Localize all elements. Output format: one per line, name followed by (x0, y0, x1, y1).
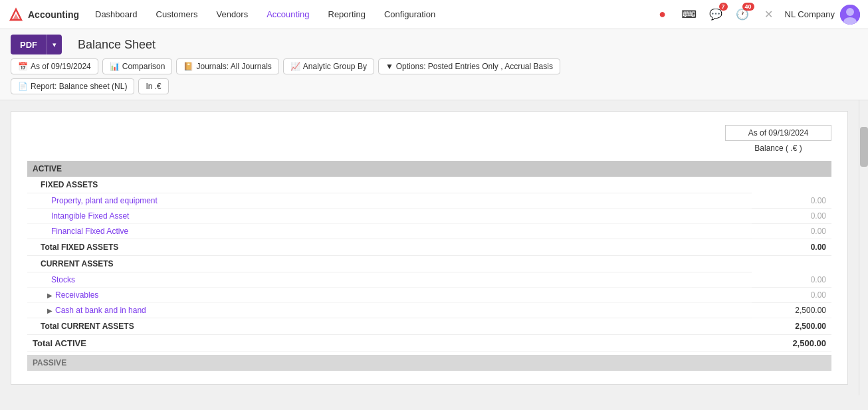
calendar-icon: 📅 (18, 62, 28, 71)
close-btn[interactable]: ✕ (758, 4, 780, 25)
total-fixed-assets-value: 0.00 (752, 239, 831, 256)
section-passive-header: PASSIVE (27, 355, 831, 371)
ffa-label[interactable]: Financial Fixed Active (27, 224, 752, 239)
filter-bar-row2: 📄 Report: Balance sheet (NL) In .€ (11, 78, 857, 94)
passive-label: PASSIVE (33, 358, 66, 367)
current-assets-label: CURRENT ASSETS (27, 256, 752, 272)
table-row: Property, plant and equipment 0.00 (27, 193, 831, 209)
logo-icon (8, 7, 24, 23)
table-row: Financial Fixed Active 0.00 (27, 224, 831, 239)
report-date-text: As of 09/19/2024 (748, 128, 809, 138)
top-navigation: Accounting Dashboard Customers Vendors A… (0, 0, 868, 29)
pdf-button-group: PDF ▾ (11, 35, 62, 54)
report-date-box: As of 09/19/2024 (725, 125, 831, 141)
filter-analytic[interactable]: 📈 Analytic Group By (283, 58, 374, 74)
subsection-current-assets-header: CURRENT ASSETS (27, 256, 831, 272)
pdf-main-button[interactable]: PDF (11, 35, 47, 54)
ffa-value: 0.00 (752, 224, 831, 239)
filter-date-label: As of 09/19/2024 (31, 62, 91, 71)
receivables-value: 0.00 (752, 288, 831, 303)
table-row: Stocks 0.00 (27, 272, 831, 288)
app-logo[interactable]: Accounting (8, 7, 79, 23)
expand-arrow-cash[interactable]: ▶ (47, 307, 53, 314)
stocks-value: 0.00 (752, 272, 831, 288)
nav-vendors[interactable]: Vendors (208, 4, 256, 25)
total-fixed-assets-label: Total FIXED ASSETS (27, 239, 752, 256)
chart-icon: 📊 (110, 62, 120, 71)
nav-dashboard[interactable]: Dashboard (87, 4, 146, 25)
table-row: Intangible Fixed Asset 0.00 (27, 209, 831, 224)
scrollbar-track[interactable] (859, 100, 868, 395)
cash-value: 2,500.00 (752, 303, 831, 318)
filter-options[interactable]: ▼ Options: Posted Entries Only , Accrual… (378, 58, 560, 74)
total-current-assets-label: Total CURRENT ASSETS (27, 318, 752, 335)
page-title: Balance Sheet (78, 35, 156, 54)
currency-label: In .€ (146, 82, 161, 91)
total-current-assets-row: Total CURRENT ASSETS 2,500.00 (27, 318, 831, 335)
filter-report[interactable]: 📄 Report: Balance sheet (NL) (11, 78, 134, 94)
activity-badge: 40 (742, 3, 754, 11)
filter-journals-label: Journals: All Journals (196, 62, 271, 71)
ppe-value: 0.00 (752, 193, 831, 209)
nav-configuration[interactable]: Configuration (376, 4, 443, 25)
report-container: As of 09/19/2024 Balance ( .€ ) ACTIVE F… (11, 111, 848, 385)
expand-arrow-receivables[interactable]: ▶ (47, 292, 53, 299)
nav-accounting[interactable]: Accounting (259, 4, 317, 25)
total-active-row: Total ACTIVE 2,500.00 (27, 335, 831, 352)
svg-point-3 (846, 8, 854, 16)
pdf-dropdown-button[interactable]: ▾ (47, 35, 62, 54)
nav-right-controls: ● ⌨ 💬 7 🕐 40 ✕ NL Company (652, 4, 860, 25)
filter-analytic-label: Analytic Group By (303, 62, 367, 71)
keyboard-btn[interactable]: ⌨ (679, 4, 700, 25)
stocks-label[interactable]: Stocks (27, 272, 752, 288)
journal-icon: 📔 (183, 62, 193, 71)
ifa-label[interactable]: Intangible Fixed Asset (27, 209, 752, 224)
total-fixed-assets-row: Total FIXED ASSETS 0.00 (27, 239, 831, 256)
filter-options-label: Options: Posted Entries Only , Accrual B… (396, 62, 553, 71)
app-name: Accounting (28, 9, 79, 20)
scrollbar-thumb[interactable] (860, 127, 868, 167)
receivables-label[interactable]: ▶Receivables (27, 288, 752, 303)
filter-currency[interactable]: In .€ (138, 78, 168, 94)
subsection-fixed-assets-header: FIXED ASSETS (27, 177, 831, 193)
fixed-assets-label: FIXED ASSETS (27, 177, 752, 193)
subheader: PDF ▾ Balance Sheet 📅 As of 09/19/2024 📊… (0, 29, 868, 100)
report-table: FIXED ASSETS Property, plant and equipme… (27, 177, 831, 352)
ppe-label[interactable]: Property, plant and equipment (27, 193, 752, 209)
cash-label[interactable]: ▶Cash at bank and in hand (27, 303, 752, 318)
chat-btn[interactable]: 💬 7 (705, 4, 726, 25)
filter-icon: ▼ (385, 62, 393, 71)
company-name[interactable]: NL Company (785, 9, 835, 19)
filter-comparison[interactable]: 📊 Comparison (102, 58, 173, 74)
section-active-header: ACTIVE (27, 161, 831, 177)
filter-date[interactable]: 📅 As of 09/19/2024 (11, 58, 98, 74)
chat-badge: 7 (719, 3, 728, 11)
user-avatar[interactable] (840, 5, 860, 25)
active-label: ACTIVE (33, 164, 62, 173)
report-icon: 📄 (18, 82, 28, 91)
filter-bar-row1: 📅 As of 09/19/2024 📊 Comparison 📔 Journa… (11, 58, 857, 74)
table-row: ▶Receivables 0.00 (27, 288, 831, 303)
filter-journals[interactable]: 📔 Journals: All Journals (176, 58, 278, 74)
report-date-row: As of 09/19/2024 (27, 125, 831, 141)
main-area: As of 09/19/2024 Balance ( .€ ) ACTIVE F… (0, 100, 868, 395)
activity-btn[interactable]: 🕐 40 (732, 4, 753, 25)
filter-comparison-label: Comparison (122, 62, 165, 71)
nav-reporting[interactable]: Reporting (320, 4, 374, 25)
report-balance-row: Balance ( .€ ) (27, 144, 831, 153)
ifa-value: 0.00 (752, 209, 831, 224)
total-current-assets-value: 2,500.00 (752, 318, 831, 335)
total-active-value: 2,500.00 (752, 335, 831, 352)
nav-customers[interactable]: Customers (148, 4, 206, 25)
notification-dot-btn[interactable]: ● (652, 4, 673, 25)
table-row: ▶Cash at bank and in hand 2,500.00 (27, 303, 831, 318)
filter-report-label: Report: Balance sheet (NL) (31, 82, 127, 91)
avatar-image (840, 5, 860, 25)
total-active-label: Total ACTIVE (27, 335, 752, 352)
analytic-icon: 📈 (290, 62, 300, 71)
report-balance-label: Balance ( .€ ) (725, 144, 831, 153)
